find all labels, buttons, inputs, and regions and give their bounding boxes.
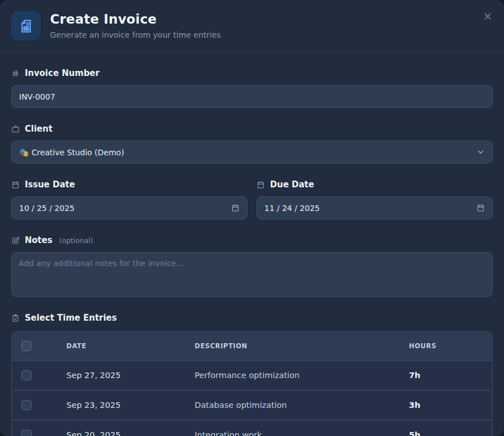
entry-description: Integration work [195,430,409,436]
column-header-description: DESCRIPTION [195,342,409,350]
issue-date-input[interactable]: 10 / 25 / 2025 [11,196,248,219]
issue-date-label: Issue Date [25,179,75,190]
row-checkbox[interactable] [21,400,32,410]
invoice-number-label: Invoice Number [25,68,100,78]
client-section: Client 🎭 Creative Studio (Demo) [11,124,493,164]
entry-description: Database optimization [195,401,409,410]
modal-header: Create Invoice Generate an invoice from … [0,0,504,52]
issue-date-label-row: Issue Date [11,179,248,190]
edit-icon [11,236,20,245]
column-header-date: DATE [66,342,195,350]
row-checkbox[interactable] [21,370,32,380]
issue-date-field: Issue Date 10 / 25 / 2025 [11,179,248,219]
briefcase-icon [11,125,20,133]
invoice-number-input[interactable]: INV-0007 [11,85,493,108]
time-entries-section: Select Time Entries DATE DESCRIPTION HOU… [11,313,493,436]
select-all-checkbox[interactable] [21,341,32,351]
client-select[interactable]: 🎭 Creative Studio (Demo) [11,141,493,164]
time-entries-label-row: Select Time Entries [11,313,493,323]
entry-hours: 3h [409,401,492,410]
due-date-field: Due Date 11 / 24 / 2025 [256,179,493,219]
time-entries-table: DATE DESCRIPTION HOURS Sep 27, 2025 Perf… [11,331,493,436]
entry-description: Performance optimization [195,371,409,380]
issue-date-value: 10 / 25 / 2025 [19,204,75,213]
invoice-number-section: Invoice Number INV-0007 [11,68,493,108]
modal-body: Invoice Number INV-0007 Client 🎭 [0,68,504,436]
client-label: Client [25,124,52,134]
notes-textarea[interactable] [11,252,493,297]
close-icon[interactable] [483,12,492,21]
clipboard-check-icon [11,314,20,322]
client-emoji: 🎭 [19,148,29,157]
time-entries-body: Sep 27, 2025 Performance optimization 7h… [12,360,492,436]
notes-section: Notes (optional) [11,235,493,297]
table-row[interactable]: Sep 27, 2025 Performance optimization 7h [12,360,492,390]
client-name: Creative Studio (Demo) [32,148,124,157]
create-invoice-modal: Create Invoice Generate an invoice from … [0,0,504,436]
calendar-icon [11,181,20,189]
notes-label: Notes [25,235,52,245]
due-date-label: Due Date [270,179,314,190]
invoice-number-label-row: Invoice Number [11,68,493,78]
hash-icon [11,69,20,78]
due-date-label-row: Due Date [256,179,493,190]
table-row[interactable]: Sep 20, 2025 Integration work 5h [12,420,492,436]
header-text: Create Invoice Generate an invoice from … [50,11,221,39]
invoice-number-value: INV-0007 [19,92,55,101]
calendar-picker-icon[interactable] [476,204,485,212]
entry-date: Sep 27, 2025 [66,371,195,380]
table-header-row: DATE DESCRIPTION HOURS [12,332,492,360]
notes-label-row: Notes (optional) [11,235,493,245]
dates-section: Issue Date 10 / 25 / 2025 [11,179,493,219]
due-date-value: 11 / 24 / 2025 [264,204,320,213]
entry-date: Sep 20, 2025 [66,430,195,436]
chevron-down-icon [476,148,485,156]
time-entries-label: Select Time Entries [25,313,117,323]
calendar-icon [256,181,265,189]
entry-date: Sep 23, 2025 [66,401,195,410]
invoice-icon-chip [11,11,40,41]
row-checkbox[interactable] [21,430,32,436]
calendar-picker-icon[interactable] [231,204,240,212]
column-header-hours: HOURS [409,342,492,350]
modal-subtitle: Generate an invoice from your time entri… [50,30,221,39]
table-row[interactable]: Sep 23, 2025 Database optimization 3h [12,390,492,420]
modal-title: Create Invoice [50,12,221,26]
due-date-input[interactable]: 11 / 24 / 2025 [256,196,493,219]
client-label-row: Client [11,124,493,134]
invoice-icon [19,19,34,34]
entry-hours: 7h [409,371,492,380]
entry-hours: 5h [409,430,492,436]
notes-optional-hint: (optional) [59,236,93,245]
client-selected-value: 🎭 Creative Studio (Demo) [19,148,124,157]
